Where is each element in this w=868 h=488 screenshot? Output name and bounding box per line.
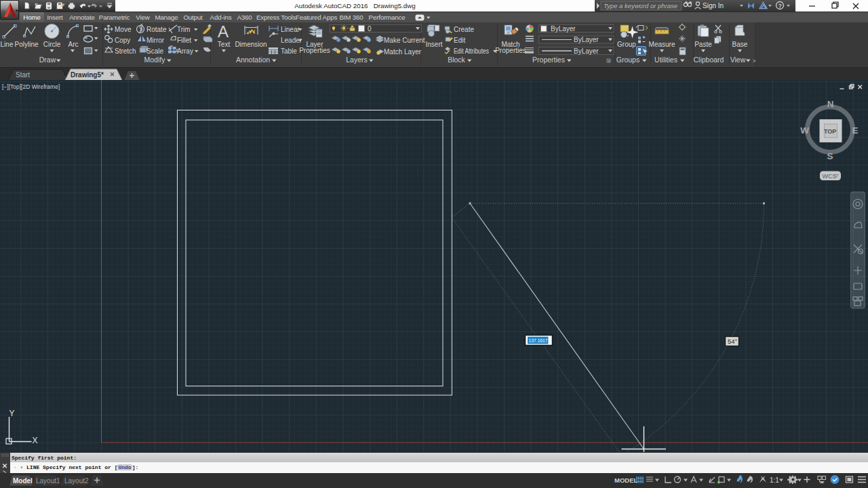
svg-text:Insert: Insert: [425, 41, 442, 48]
svg-text:Groups: Groups: [616, 56, 639, 64]
svg-text:Trim: Trim: [177, 26, 191, 33]
svg-text:Properties: Properties: [495, 47, 526, 54]
svg-text:Stretch: Stretch: [115, 47, 136, 55]
svg-text:1:1: 1:1: [770, 476, 779, 484]
svg-text:Annotation: Annotation: [236, 56, 270, 64]
svg-text:N: N: [827, 99, 834, 109]
svg-text:Fillet: Fillet: [177, 37, 191, 44]
svg-text:Drawing5*: Drawing5*: [71, 71, 104, 79]
svg-text:Block: Block: [448, 56, 465, 64]
svg-text:Group: Group: [617, 41, 636, 48]
svg-text:Table: Table: [281, 47, 297, 55]
svg-text:Paste: Paste: [694, 41, 712, 48]
svg-text:Layout2: Layout2: [64, 477, 89, 485]
svg-text:54°: 54°: [728, 338, 738, 345]
svg-text:0: 0: [368, 25, 372, 33]
svg-text:Leader: Leader: [281, 37, 302, 44]
svg-text:Type a keyword or phrase: Type a keyword or phrase: [604, 2, 677, 9]
svg-text:X: X: [33, 436, 38, 445]
svg-text:Sign In: Sign In: [703, 2, 724, 9]
svg-text:Text: Text: [218, 41, 231, 48]
svg-text:E: E: [852, 125, 858, 136]
svg-text:Move: Move: [115, 26, 132, 33]
svg-text:137.1617: 137.1617: [529, 338, 548, 344]
svg-text:Properties: Properties: [532, 56, 565, 64]
svg-text:Layers: Layers: [346, 56, 368, 64]
svg-text:?: ?: [778, 3, 783, 9]
svg-text:Make Current: Make Current: [384, 37, 425, 44]
svg-text:TOP: TOP: [824, 128, 836, 135]
svg-text:Dimension: Dimension: [235, 41, 267, 48]
svg-text:Edit: Edit: [454, 37, 465, 44]
svg-text:Model: Model: [13, 477, 33, 485]
svg-text:Clipboard: Clipboard: [694, 56, 724, 64]
svg-text:Polyline: Polyline: [14, 41, 38, 48]
svg-text:Create: Create: [454, 26, 474, 33]
svg-text:Utilities: Utilities: [654, 56, 677, 64]
svg-text:W: W: [800, 125, 809, 136]
svg-text:Array: Array: [177, 47, 193, 55]
svg-text:View: View: [730, 56, 746, 64]
svg-text:Edit Attributes: Edit Attributes: [454, 47, 489, 55]
svg-text:Base: Base: [732, 41, 748, 48]
svg-text:Copy: Copy: [115, 37, 130, 44]
svg-text:MODEL: MODEL: [614, 476, 638, 484]
svg-text:Rotate: Rotate: [146, 26, 167, 33]
svg-text:Scale: Scale: [146, 47, 163, 55]
svg-text:Start: Start: [16, 71, 30, 79]
svg-text:S: S: [827, 151, 833, 161]
svg-text:ByLayer: ByLayer: [574, 36, 599, 43]
svg-text:Properties: Properties: [299, 47, 330, 54]
svg-text:Mirror: Mirror: [146, 37, 165, 44]
svg-text:Modify: Modify: [144, 56, 166, 64]
svg-text:ByLayer: ByLayer: [551, 25, 576, 33]
svg-text:Arc: Arc: [68, 41, 79, 48]
svg-text:Y: Y: [9, 409, 15, 418]
svg-text:Linear: Linear: [281, 26, 300, 33]
svg-text:Circle: Circle: [43, 41, 61, 48]
svg-text:Layout1: Layout1: [36, 477, 60, 485]
svg-text:Draw: Draw: [39, 56, 56, 64]
svg-text:Measure: Measure: [649, 41, 675, 48]
svg-text:Match Layer: Match Layer: [384, 48, 422, 56]
svg-text:ByLayer: ByLayer: [574, 47, 599, 55]
svg-text:Line: Line: [1, 41, 14, 48]
svg-text:A: A: [218, 22, 229, 41]
svg-text:WCS: WCS: [823, 173, 837, 180]
